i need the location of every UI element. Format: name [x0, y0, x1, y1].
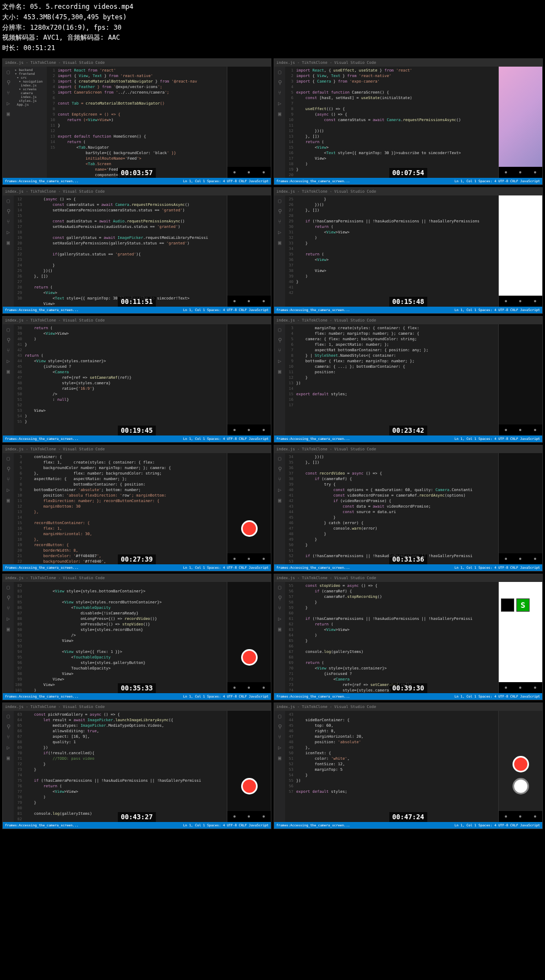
- extensions-icon[interactable]: ▣: [7, 111, 10, 117]
- activity-bar[interactable]: ▢⚲⑂▷▣: [274, 582, 285, 693]
- git-icon[interactable]: ⑂: [7, 90, 10, 96]
- search-icon[interactable]: ⚲: [278, 723, 282, 729]
- code-editor[interactable]: 12131415161718192021222324252627282930 (…: [14, 195, 227, 307]
- code-editor[interactable]: 123456789101112131415 import React from …: [47, 67, 227, 178]
- code-editor[interactable]: 434445464748495051525354555657 sideBarCo…: [285, 711, 498, 822]
- code-editor[interactable]: 34567891011121314151617 marginTop create…: [285, 324, 498, 435]
- search-icon[interactable]: ⚲: [278, 595, 282, 601]
- activity-bar[interactable]: ▢⚲⑂▷▣: [3, 582, 14, 693]
- search-icon[interactable]: ⚲: [7, 595, 10, 601]
- video-thumbnail[interactable]: index.js - TikTokClone - Visual Studio C…: [2, 58, 271, 185]
- extensions-icon[interactable]: ▣: [278, 626, 281, 632]
- code-content[interactable]: sideBarContainer: { top: 60, right: 0, m…: [295, 711, 498, 822]
- search-icon[interactable]: ⚲: [7, 79, 10, 85]
- files-icon[interactable]: ▢: [7, 713, 10, 719]
- video-thumbnail[interactable]: index.js - TikTokClone - Visual Studio C…: [2, 574, 271, 700]
- git-icon[interactable]: ⑂: [7, 347, 10, 353]
- activity-bar[interactable]: ▢⚲⑂▷▣: [3, 324, 14, 435]
- debug-icon[interactable]: ▷: [7, 358, 10, 364]
- activity-bar[interactable]: ▢⚲⑂▷▣: [3, 67, 14, 178]
- video-thumbnail[interactable]: index.js - TikTokClone - Visual Studio C…: [2, 445, 271, 571]
- git-icon[interactable]: ⑂: [7, 476, 10, 482]
- activity-bar[interactable]: ▢⚲⑂▷▣: [3, 711, 14, 822]
- debug-icon[interactable]: ▷: [7, 744, 10, 750]
- git-icon[interactable]: ⑂: [278, 90, 281, 96]
- search-icon[interactable]: ⚲: [7, 466, 10, 472]
- activity-bar[interactable]: ▢⚲⑂▷▣: [3, 453, 14, 564]
- git-icon[interactable]: ⑂: [278, 476, 281, 482]
- debug-icon[interactable]: ▷: [278, 358, 281, 364]
- git-icon[interactable]: ⑂: [7, 605, 10, 611]
- debug-icon[interactable]: ▷: [7, 100, 10, 106]
- search-icon[interactable]: ⚲: [7, 337, 10, 343]
- debug-icon[interactable]: ▷: [278, 616, 281, 622]
- code-editor[interactable]: 8283848586878889909192939495969798991001…: [14, 582, 227, 693]
- debug-icon[interactable]: ▷: [278, 487, 281, 493]
- git-icon[interactable]: ⑂: [7, 734, 10, 740]
- activity-bar[interactable]: ▢⚲⑂▷▣: [274, 324, 285, 435]
- activity-bar[interactable]: ▢⚲⑂▷▣: [274, 67, 285, 178]
- git-icon[interactable]: ⑂: [278, 605, 281, 611]
- video-thumbnail[interactable]: index.js - TikTokClone - Visual Studio C…: [274, 316, 543, 443]
- debug-icon[interactable]: ▷: [278, 744, 281, 750]
- files-icon[interactable]: ▢: [278, 69, 281, 75]
- files-icon[interactable]: ▢: [278, 198, 281, 204]
- extensions-icon[interactable]: ▣: [278, 239, 281, 246]
- extensions-icon[interactable]: ▣: [278, 755, 281, 761]
- video-thumbnail[interactable]: index.js - TikTokClone - Visual Studio C…: [2, 187, 271, 314]
- files-icon[interactable]: ▢: [7, 198, 10, 204]
- files-icon[interactable]: ▢: [278, 326, 281, 333]
- git-icon[interactable]: ⑂: [278, 347, 281, 353]
- extensions-icon[interactable]: ▣: [7, 368, 10, 374]
- debug-icon[interactable]: ▷: [278, 229, 281, 235]
- files-icon[interactable]: ▢: [7, 69, 10, 75]
- search-icon[interactable]: ⚲: [278, 79, 282, 85]
- files-icon[interactable]: ▢: [7, 326, 10, 333]
- video-thumbnail[interactable]: index.js - TikTokClone - Visual Studio C…: [274, 574, 543, 700]
- files-icon[interactable]: ▢: [278, 584, 281, 590]
- code-editor[interactable]: 6364656667686970717273747576777879808182…: [14, 711, 227, 822]
- extensions-icon[interactable]: ▣: [7, 497, 10, 503]
- debug-icon[interactable]: ▷: [7, 616, 10, 622]
- extensions-icon[interactable]: ▣: [7, 239, 10, 246]
- code-editor[interactable]: 383940414243444546474849505152535455 ret…: [14, 324, 227, 435]
- activity-bar[interactable]: ▢⚲⑂▷▣: [274, 711, 285, 822]
- git-icon[interactable]: ⑂: [7, 219, 10, 225]
- code-content[interactable]: })() }, []) const recordVideo = async ()…: [295, 453, 498, 564]
- code-content[interactable]: import React, { useEffect, useState } fr…: [295, 67, 498, 178]
- git-icon[interactable]: ⑂: [278, 219, 281, 225]
- video-thumbnail[interactable]: index.js - TikTokClone - Visual Studio C…: [2, 316, 271, 443]
- files-icon[interactable]: ▢: [7, 584, 10, 590]
- search-icon[interactable]: ⚲: [7, 723, 10, 729]
- code-content[interactable]: const stopVideo = async () => { if (came…: [295, 582, 498, 693]
- code-content[interactable]: return ( <View>View> ) } return ( <View …: [24, 324, 227, 435]
- video-thumbnail[interactable]: index.js - TikTokClone - Visual Studio C…: [274, 703, 543, 829]
- video-thumbnail[interactable]: index.js - TikTokClone - Visual Studio C…: [2, 703, 271, 829]
- extensions-icon[interactable]: ▣: [278, 497, 281, 503]
- video-thumbnail[interactable]: index.js - TikTokClone - Visual Studio C…: [274, 445, 543, 571]
- code-editor[interactable]: 252627282930313233343536373839404142 } }…: [285, 195, 498, 307]
- activity-bar[interactable]: ▢⚲⑂▷▣: [274, 195, 285, 307]
- git-icon[interactable]: ⑂: [278, 734, 281, 740]
- extensions-icon[interactable]: ▣: [7, 626, 10, 632]
- debug-icon[interactable]: ▷: [7, 487, 10, 493]
- search-icon[interactable]: ⚲: [278, 337, 282, 343]
- extensions-icon[interactable]: ▣: [7, 755, 10, 761]
- code-editor[interactable]: 5556575859606162636465666768697071727374…: [285, 582, 498, 693]
- activity-bar[interactable]: ▢⚲⑂▷▣: [3, 195, 14, 307]
- extensions-icon[interactable]: ▣: [278, 111, 281, 117]
- code-content[interactable]: const pickFromGallery = async () => { le…: [24, 711, 227, 822]
- video-thumbnail[interactable]: index.js - TikTokClone - Visual Studio C…: [274, 187, 543, 314]
- code-content[interactable]: container: { flex: 1, create(styles: { c…: [24, 453, 227, 564]
- code-content[interactable]: import React from 'react' import { View,…: [57, 67, 227, 178]
- debug-icon[interactable]: ▷: [7, 229, 10, 235]
- file-explorer[interactable]: ▸ backend▾ frontend ▾ src ▾ navigation i…: [14, 67, 47, 178]
- code-content[interactable]: (async () => { const cameraStatus = awai…: [24, 195, 227, 307]
- files-icon[interactable]: ▢: [278, 455, 281, 461]
- code-editor[interactable]: 1234567891011121314151617181920 import R…: [285, 67, 498, 178]
- files-icon[interactable]: ▢: [7, 455, 10, 461]
- code-content[interactable]: <View style={styles.bottomBarContainer}>…: [24, 582, 227, 693]
- activity-bar[interactable]: ▢⚲⑂▷▣: [274, 453, 285, 564]
- code-content[interactable]: marginTop create(styles: { container: { …: [295, 324, 498, 435]
- video-thumbnail[interactable]: index.js - TikTokClone - Visual Studio C…: [274, 58, 543, 185]
